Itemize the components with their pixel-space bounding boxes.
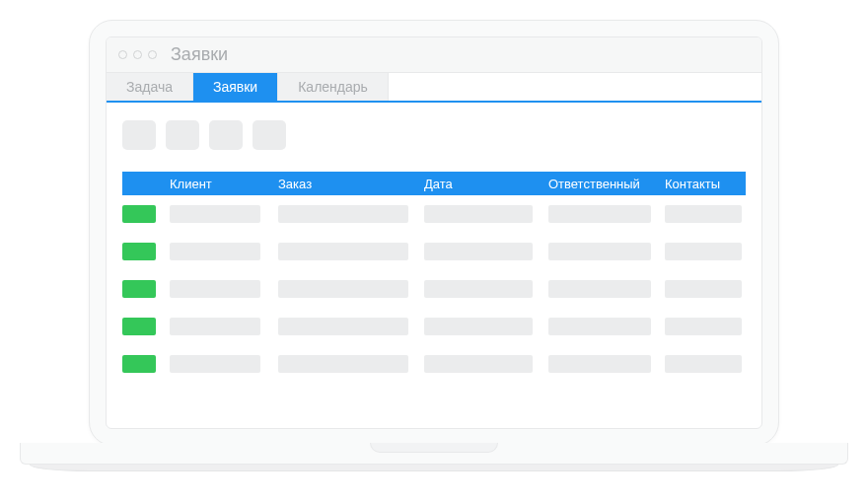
tab-calendar[interactable]: Календарь [278,73,389,101]
cell-client [170,280,260,298]
laptop-base-top [20,443,848,465]
maximize-icon[interactable] [148,50,157,59]
cell-contacts [665,355,742,373]
column-order[interactable]: Заказ [278,177,424,191]
cell-date [424,205,533,223]
content-area: Клиент Заказ Дата Ответственный Контакты [107,103,761,428]
laptop-base [20,443,848,472]
tab-bar: Задача Заявки Календарь [107,73,761,103]
cell-order [278,280,408,298]
table-row[interactable] [122,345,746,383]
cell-responsible [548,355,651,373]
cell-order [278,243,408,260]
tab-label: Задача [126,79,173,95]
titlebar: Заявки [107,37,761,73]
cell-contacts [665,280,742,298]
cell-responsible [548,205,651,223]
close-icon[interactable] [118,50,127,59]
laptop-notch [370,443,498,453]
table-row[interactable] [122,195,746,233]
table-row[interactable] [122,308,746,345]
status-badge [122,205,156,223]
cell-responsible [548,280,651,298]
cell-contacts [665,243,742,260]
cell-contacts [665,318,742,335]
cell-client [170,318,260,335]
tab-task[interactable]: Задача [107,73,193,101]
toolbar-button-3[interactable] [209,120,243,150]
cell-client [170,355,260,373]
toolbar-button-4[interactable] [253,120,286,150]
cell-contacts [665,205,742,223]
status-badge [122,355,156,373]
cell-date [424,318,533,335]
laptop-base-bottom [30,465,838,471]
requests-table: Клиент Заказ Дата Ответственный Контакты [122,172,746,420]
laptop-frame: Заявки Задача Заявки Календарь [89,20,779,446]
cell-date [424,355,533,373]
cell-client [170,243,260,260]
table-header: Клиент Заказ Дата Ответственный Контакты [122,172,746,195]
cell-date [424,280,533,298]
cell-order [278,318,408,335]
cell-client [170,205,260,223]
cell-order [278,355,408,373]
toolbar-button-1[interactable] [122,120,156,150]
cell-responsible [548,243,651,260]
tab-label: Заявки [213,79,257,95]
status-badge [122,280,156,298]
cell-date [424,243,533,260]
column-date[interactable]: Дата [424,177,548,191]
window-controls[interactable] [118,50,157,59]
tab-label: Календарь [298,79,368,95]
minimize-icon[interactable] [133,50,142,59]
status-badge [122,318,156,335]
window-title: Заявки [171,44,228,65]
table-body [122,195,746,383]
column-contacts[interactable]: Контакты [665,177,750,191]
column-client[interactable]: Клиент [170,177,278,191]
toolbar-button-2[interactable] [166,120,199,150]
column-responsible[interactable]: Ответственный [548,177,665,191]
cell-order [278,205,408,223]
table-row[interactable] [122,270,746,308]
status-badge [122,243,156,260]
table-row[interactable] [122,233,746,270]
app-window: Заявки Задача Заявки Календарь [106,36,762,429]
tab-requests[interactable]: Заявки [193,73,278,101]
toolbar [122,120,746,150]
cell-responsible [548,318,651,335]
